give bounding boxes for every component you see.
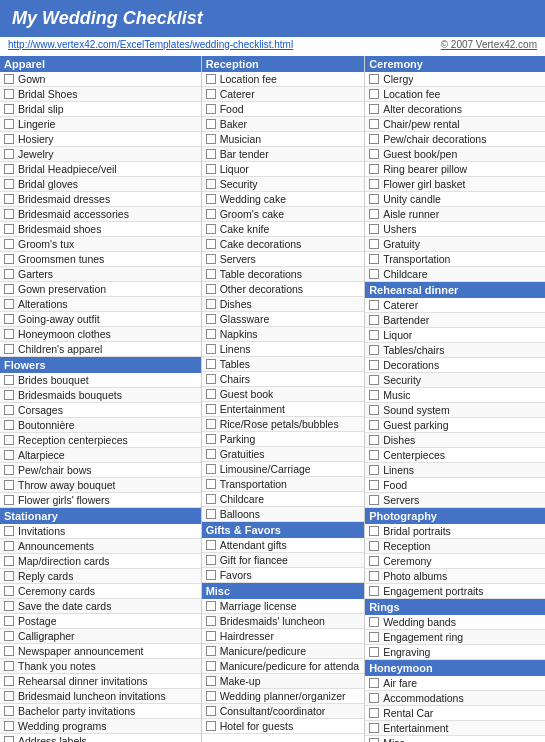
gifts-checkbox-2[interactable] — [206, 570, 216, 580]
apparel-checkbox-15[interactable] — [4, 299, 14, 309]
ceremony-checkbox-7[interactable] — [369, 179, 379, 189]
reception-checkbox-27[interactable] — [206, 479, 216, 489]
stationary-checkbox-0[interactable] — [4, 526, 14, 536]
flowers-checkbox-0[interactable] — [4, 375, 14, 385]
reception-checkbox-21[interactable] — [206, 389, 216, 399]
misc-checkbox-7[interactable] — [206, 706, 216, 716]
reception-checkbox-3[interactable] — [206, 119, 216, 129]
reception-checkbox-14[interactable] — [206, 284, 216, 294]
misc-checkbox-4[interactable] — [206, 661, 216, 671]
rings-checkbox-0[interactable] — [369, 617, 379, 627]
misc-checkbox-5[interactable] — [206, 676, 216, 686]
reception-checkbox-0[interactable] — [206, 74, 216, 84]
rehearsal-checkbox-5[interactable] — [369, 375, 379, 385]
photography-checkbox-0[interactable] — [369, 526, 379, 536]
ceremony-checkbox-3[interactable] — [369, 119, 379, 129]
apparel-checkbox-11[interactable] — [4, 239, 14, 249]
ceremony-checkbox-5[interactable] — [369, 149, 379, 159]
reception-checkbox-19[interactable] — [206, 359, 216, 369]
flowers-checkbox-8[interactable] — [4, 495, 14, 505]
stationary-checkbox-6[interactable] — [4, 616, 14, 626]
flowers-checkbox-3[interactable] — [4, 420, 14, 430]
honeymoon-checkbox-2[interactable] — [369, 708, 379, 718]
apparel-checkbox-6[interactable] — [4, 164, 14, 174]
gifts-checkbox-1[interactable] — [206, 555, 216, 565]
reception-checkbox-16[interactable] — [206, 314, 216, 324]
honeymoon-checkbox-0[interactable] — [369, 678, 379, 688]
reception-checkbox-22[interactable] — [206, 404, 216, 414]
reception-checkbox-11[interactable] — [206, 239, 216, 249]
ceremony-checkbox-10[interactable] — [369, 224, 379, 234]
reception-checkbox-6[interactable] — [206, 164, 216, 174]
stationary-checkbox-3[interactable] — [4, 571, 14, 581]
rehearsal-checkbox-13[interactable] — [369, 495, 379, 505]
flowers-checkbox-1[interactable] — [4, 390, 14, 400]
ceremony-checkbox-12[interactable] — [369, 254, 379, 264]
apparel-checkbox-0[interactable] — [4, 74, 14, 84]
reception-checkbox-23[interactable] — [206, 419, 216, 429]
stationary-checkbox-14[interactable] — [4, 736, 14, 742]
reception-checkbox-29[interactable] — [206, 509, 216, 519]
misc-checkbox-2[interactable] — [206, 631, 216, 641]
reception-checkbox-2[interactable] — [206, 104, 216, 114]
misc-checkbox-0[interactable] — [206, 601, 216, 611]
rehearsal-checkbox-7[interactable] — [369, 405, 379, 415]
apparel-checkbox-9[interactable] — [4, 209, 14, 219]
apparel-checkbox-18[interactable] — [4, 344, 14, 354]
misc-checkbox-1[interactable] — [206, 616, 216, 626]
rings-checkbox-2[interactable] — [369, 647, 379, 657]
stationary-checkbox-4[interactable] — [4, 586, 14, 596]
flowers-checkbox-4[interactable] — [4, 435, 14, 445]
reception-checkbox-15[interactable] — [206, 299, 216, 309]
reception-checkbox-17[interactable] — [206, 329, 216, 339]
misc-checkbox-8[interactable] — [206, 721, 216, 731]
photography-checkbox-2[interactable] — [369, 556, 379, 566]
apparel-checkbox-10[interactable] — [4, 224, 14, 234]
photography-checkbox-1[interactable] — [369, 541, 379, 551]
stationary-checkbox-12[interactable] — [4, 706, 14, 716]
reception-checkbox-28[interactable] — [206, 494, 216, 504]
rehearsal-checkbox-2[interactable] — [369, 330, 379, 340]
ceremony-checkbox-6[interactable] — [369, 164, 379, 174]
apparel-checkbox-3[interactable] — [4, 119, 14, 129]
apparel-checkbox-17[interactable] — [4, 329, 14, 339]
reception-checkbox-13[interactable] — [206, 269, 216, 279]
misc-checkbox-6[interactable] — [206, 691, 216, 701]
rehearsal-checkbox-9[interactable] — [369, 435, 379, 445]
flowers-checkbox-5[interactable] — [4, 450, 14, 460]
reception-checkbox-10[interactable] — [206, 224, 216, 234]
reception-checkbox-24[interactable] — [206, 434, 216, 444]
stationary-checkbox-1[interactable] — [4, 541, 14, 551]
reception-checkbox-1[interactable] — [206, 89, 216, 99]
reception-checkbox-9[interactable] — [206, 209, 216, 219]
stationary-checkbox-2[interactable] — [4, 556, 14, 566]
gifts-checkbox-0[interactable] — [206, 540, 216, 550]
ceremony-checkbox-0[interactable] — [369, 74, 379, 84]
stationary-checkbox-10[interactable] — [4, 676, 14, 686]
spreadsheet-link[interactable]: http://www.vertex42.com/ExcelTemplates/w… — [8, 39, 293, 50]
stationary-checkbox-7[interactable] — [4, 631, 14, 641]
ceremony-checkbox-11[interactable] — [369, 239, 379, 249]
rehearsal-checkbox-4[interactable] — [369, 360, 379, 370]
rehearsal-checkbox-6[interactable] — [369, 390, 379, 400]
photography-checkbox-4[interactable] — [369, 586, 379, 596]
apparel-checkbox-8[interactable] — [4, 194, 14, 204]
flowers-checkbox-7[interactable] — [4, 480, 14, 490]
stationary-checkbox-5[interactable] — [4, 601, 14, 611]
rehearsal-checkbox-1[interactable] — [369, 315, 379, 325]
photography-checkbox-3[interactable] — [369, 571, 379, 581]
apparel-checkbox-1[interactable] — [4, 89, 14, 99]
rehearsal-checkbox-0[interactable] — [369, 300, 379, 310]
rings-checkbox-1[interactable] — [369, 632, 379, 642]
apparel-checkbox-16[interactable] — [4, 314, 14, 324]
stationary-checkbox-8[interactable] — [4, 646, 14, 656]
stationary-checkbox-9[interactable] — [4, 661, 14, 671]
honeymoon-checkbox-3[interactable] — [369, 723, 379, 733]
rehearsal-checkbox-10[interactable] — [369, 450, 379, 460]
reception-checkbox-5[interactable] — [206, 149, 216, 159]
honeymoon-checkbox-4[interactable] — [369, 738, 379, 742]
apparel-checkbox-7[interactable] — [4, 179, 14, 189]
misc-checkbox-3[interactable] — [206, 646, 216, 656]
apparel-checkbox-13[interactable] — [4, 269, 14, 279]
stationary-checkbox-11[interactable] — [4, 691, 14, 701]
